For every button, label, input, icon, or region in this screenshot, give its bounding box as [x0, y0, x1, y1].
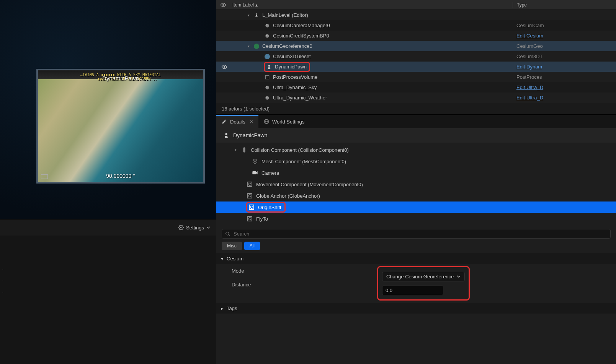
details-tab-bar: Details × World Settings [216, 114, 616, 128]
vol-icon [264, 74, 271, 81]
expander-icon[interactable]: ▾ [233, 148, 238, 152]
outliner-row-label: CesiumCameraManager0 [273, 23, 330, 28]
outliner-row-type: CesiumGeo [513, 43, 616, 49]
svg-point-5 [266, 35, 268, 36]
prop-mode-label: Mode [232, 268, 377, 274]
svg-point-12 [266, 97, 268, 98]
tab-details-label: Details [230, 119, 245, 125]
sort-asc-icon: ▴ [255, 2, 258, 8]
component-label: Mesh Component (MeshComponent0) [261, 159, 346, 164]
outliner-row-type[interactable]: Edit Dynam [513, 64, 616, 70]
filter-all[interactable]: All [244, 242, 260, 250]
sphere-icon [264, 22, 271, 29]
outliner-row-type: PostProces [513, 74, 616, 80]
tab-world-settings[interactable]: World Settings [258, 115, 310, 128]
outliner-row[interactable]: CesiumCameraManager0 CesiumCam [216, 20, 616, 31]
svg-rect-16 [252, 171, 256, 174]
gear-icon [178, 225, 184, 230]
filter-misc[interactable]: Misc [222, 242, 242, 250]
outliner-header: Item Label ▴ Type [216, 0, 616, 10]
svg-point-3 [266, 24, 268, 25]
outliner-row-type: Cesium3DT [513, 54, 616, 59]
component-tree[interactable]: ▾ Collision Component (CollisionComponen… [216, 143, 616, 226]
expander-icon: ▾ [221, 256, 224, 262]
component-row[interactable]: Mesh Component (MeshComponent0) [216, 156, 616, 167]
c-icon: C [246, 181, 253, 188]
svg-point-14 [225, 133, 227, 135]
component-row[interactable]: COriginShift [216, 202, 616, 213]
c-icon: C [246, 215, 253, 222]
component-label: Collision Component (CollisionComponent0… [251, 147, 349, 153]
category-cesium[interactable]: ▾ Cesium [216, 253, 616, 264]
settings-button[interactable]: Settings [178, 225, 210, 231]
details-panel: DynamicPawn ▾ Collision Component (Colli… [216, 128, 616, 364]
type-column-header[interactable]: Type [513, 2, 616, 8]
component-row[interactable]: ▾ Collision Component (CollisionComponen… [216, 144, 616, 156]
component-row[interactable]: CFlyTo [216, 213, 616, 224]
component-label: Camera [261, 170, 279, 176]
expander-icon[interactable]: ▾ [246, 44, 251, 48]
component-row[interactable]: CMovement Component (MovementComponent0) [216, 179, 616, 190]
outliner-row[interactable]: ▾ L_MainLevel (Editor) [216, 10, 616, 20]
outliner-row-type: CesiumCam [513, 23, 616, 28]
outliner-row-label: Ultra_Dynamic_Weather [273, 95, 327, 101]
content-browser-panel: Settings ... [0, 219, 216, 364]
svg-point-9 [265, 86, 269, 89]
c-icon: C [248, 204, 255, 211]
viewport-terrain-preview [38, 70, 203, 182]
outliner-row[interactable]: ▾ CesiumGeoreference0 CesiumGeo [216, 41, 616, 51]
outliner-status: 16 actors (1 selected) [216, 103, 616, 114]
outliner-row-type[interactable]: Edit Ultra_D [513, 95, 616, 101]
component-label: Globe Anchor (GlobeAnchor) [256, 193, 320, 199]
outliner-row-label: CesiumGeoreference0 [262, 43, 312, 49]
category-tags[interactable]: ▸ Tags [216, 303, 616, 314]
sphere-icon [264, 32, 271, 39]
details-search-input[interactable] [234, 231, 607, 237]
outliner-row-label: PostProcessVolume [273, 74, 317, 80]
sphere-icon [264, 94, 271, 101]
svg-rect-15 [243, 147, 245, 152]
tab-world-label: World Settings [272, 119, 304, 125]
svg-point-11 [265, 96, 269, 99]
svg-point-2 [265, 24, 269, 27]
svg-point-4 [265, 34, 269, 37]
geo-icon [253, 43, 260, 50]
visibility-toggle[interactable] [220, 65, 229, 69]
svg-point-0 [180, 227, 182, 228]
pencil-icon [222, 119, 227, 124]
details-filter-row: Misc All [216, 242, 616, 253]
outliner-tree[interactable]: ▾ L_MainLevel (Editor) CesiumCameraManag… [216, 10, 616, 103]
outliner-row[interactable]: Ultra_Dynamic_Weather Edit Ultra_D [216, 93, 616, 103]
world-icon [253, 12, 260, 19]
highlighted-properties: Change Cesium Georeference 0.0 [377, 266, 470, 301]
expander-icon[interactable]: ▾ [246, 13, 251, 17]
outliner-row-label: L_MainLevel (Editor) [262, 12, 308, 18]
component-row[interactable]: CGlobe Anchor (GlobeAnchor) [216, 190, 616, 202]
globe-icon [264, 119, 269, 124]
outliner-row-type[interactable]: Edit Cesium [513, 33, 616, 39]
expander-icon: ▸ [221, 306, 224, 311]
distance-input[interactable]: 0.0 [382, 286, 443, 295]
outliner-row[interactable]: Ultra_Dynamic_Sky Edit Ultra_D [216, 82, 616, 93]
outliner-row[interactable]: CesiumCreditSystemBP0 Edit Cesium [216, 31, 616, 41]
svg-point-1 [222, 4, 224, 6]
c-icon: C [246, 192, 253, 199]
details-search[interactable] [222, 229, 611, 239]
viewport[interactable]: …TAINS A ▮▮▮▮▮▮ WITH A SKY MATERIAL ▮▮AT… [0, 0, 216, 219]
component-row[interactable]: Camera [216, 167, 616, 179]
cam-icon [252, 169, 258, 176]
viewport-heading-readout: 90.000000 ° [106, 173, 135, 179]
outliner-row[interactable]: PostProcessVolume PostProces [216, 72, 616, 82]
svg-point-10 [266, 86, 268, 87]
sphere-icon [264, 84, 271, 91]
outliner-row-type[interactable]: Edit Ultra_D [513, 84, 616, 90]
item-label-column-header[interactable]: Item Label ▴ [232, 2, 509, 8]
svg-point-6 [224, 66, 225, 68]
prop-distance-label: Distance [232, 282, 377, 288]
tab-details[interactable]: Details × [216, 115, 258, 128]
outliner-row[interactable]: Cesium3DTileset Cesium3DT [216, 51, 616, 62]
outliner-row[interactable]: DynamicPawn Edit Dynam [216, 62, 616, 72]
visibility-column-header[interactable] [220, 3, 229, 7]
mode-dropdown[interactable]: Change Cesium Georeference [382, 272, 465, 281]
close-icon[interactable]: × [250, 119, 253, 125]
